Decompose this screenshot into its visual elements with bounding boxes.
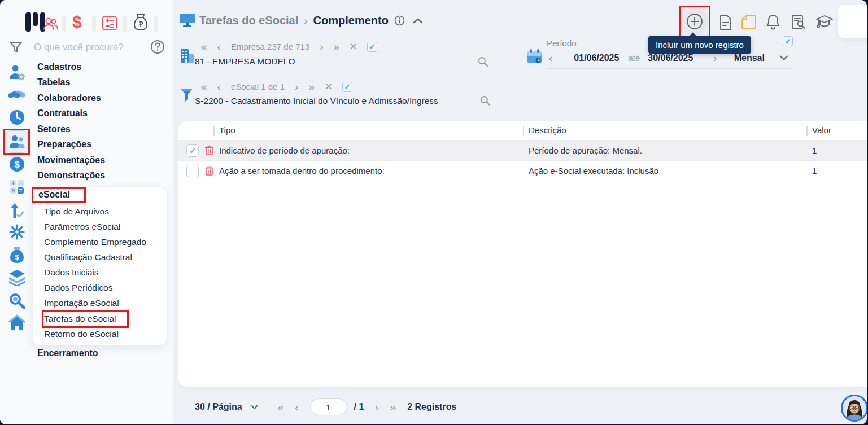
- dollar-circle-icon[interactable]: $: [7, 154, 27, 174]
- submenu-dados-periodicos[interactable]: Dados Periódicos: [44, 283, 112, 293]
- page-last-icon[interactable]: »: [390, 402, 396, 413]
- filter-clear-icon[interactable]: ✕: [325, 82, 332, 91]
- period-mode-chevron-down-icon[interactable]: [779, 55, 788, 61]
- svg-text:×: ×: [12, 187, 15, 194]
- filter-last-icon[interactable]: »: [308, 81, 315, 92]
- moneybag-module-icon[interactable]: [132, 14, 149, 32]
- company-clear-icon[interactable]: ✕: [350, 42, 357, 51]
- note-icon[interactable]: [741, 14, 757, 30]
- assistant-avatar[interactable]: [841, 395, 867, 422]
- delete-row-icon[interactable]: [204, 165, 214, 176]
- layers-icon[interactable]: [7, 268, 27, 288]
- period-checkbox[interactable]: ✓: [783, 36, 793, 46]
- filter-value[interactable]: S-2200 - Cadastramento Inicial do Víncul…: [195, 96, 438, 106]
- dollar-module-icon[interactable]: $: [72, 12, 82, 32]
- period-start-date[interactable]: 01/06/2025: [574, 53, 619, 63]
- submenu-qualificacao-cadastral[interactable]: Qualificação Cadastral: [44, 252, 132, 262]
- period-underline: [547, 68, 793, 69]
- page-prev-icon[interactable]: ‹: [295, 402, 298, 413]
- filter-prev-icon[interactable]: ‹: [217, 81, 221, 92]
- sidebar-item-preparacoes[interactable]: Preparações: [37, 139, 91, 150]
- filter-next-icon[interactable]: ›: [295, 81, 298, 92]
- company-value[interactable]: 81 - EMPRESA MODELO: [195, 56, 295, 67]
- graduation-cap-icon[interactable]: [815, 14, 834, 30]
- submenu-parametros-esocial[interactable]: Parâmetros eSocial: [44, 222, 120, 232]
- column-header-descricao[interactable]: Descrição: [529, 125, 566, 135]
- growth-arrow-icon[interactable]: [7, 200, 27, 220]
- sidebar-item-tabelas[interactable]: Tabelas: [37, 77, 70, 87]
- company-first-icon[interactable]: «: [201, 41, 207, 52]
- sidebar-item-setores[interactable]: Setores: [37, 124, 71, 134]
- filter-funnel-icon[interactable]: [9, 41, 23, 54]
- submenu-importacao-esocial[interactable]: Importação eSocial: [44, 298, 119, 308]
- company-last-icon[interactable]: »: [334, 41, 340, 52]
- page-first-icon[interactable]: «: [278, 402, 284, 413]
- submenu-complemento-empregado[interactable]: Complemento Empregado: [44, 237, 146, 247]
- table-row[interactable]: Ação a ser tomada dentro do procedimento…: [178, 161, 867, 181]
- sidebar-item-movimentacoes[interactable]: Movimentações: [37, 155, 105, 165]
- clock-icon[interactable]: [7, 107, 27, 128]
- column-divider: [806, 126, 808, 136]
- search-module-icon[interactable]: [7, 291, 27, 311]
- document-search-icon[interactable]: [791, 14, 806, 30]
- monitor-icon: [180, 14, 195, 28]
- row-checkbox[interactable]: [186, 165, 199, 177]
- page-size-chevron-down-icon[interactable]: [250, 404, 259, 410]
- help-icon[interactable]: [150, 40, 165, 54]
- submenu-tarefas-do-esocial[interactable]: Tarefas do eSocial: [44, 314, 116, 324]
- column-header-tipo[interactable]: Tipo: [219, 125, 235, 135]
- moneybag-blue-icon[interactable]: $: [7, 245, 27, 265]
- company-search-icon[interactable]: [478, 56, 488, 67]
- person-settings-icon[interactable]: [7, 62, 27, 82]
- sidebar-item-demonstracoes[interactable]: Demonstrações: [37, 170, 105, 181]
- sidebar-item-encerramento[interactable]: Encerramento: [37, 348, 98, 358]
- period-mode[interactable]: Mensal: [734, 53, 765, 63]
- cell-valor: 1: [812, 166, 817, 176]
- sidebar-item-colaboradores[interactable]: Colaboradores: [37, 93, 101, 103]
- filter-search-icon[interactable]: [480, 95, 490, 106]
- period-next-icon[interactable]: ›: [713, 52, 717, 63]
- submenu-retorno-do-esocial[interactable]: Retorno do eSocial: [44, 329, 119, 339]
- company-next-icon[interactable]: ›: [320, 41, 323, 52]
- handshake-icon[interactable]: [7, 85, 27, 105]
- page-number-input[interactable]: [310, 398, 347, 415]
- submenu-tipo-de-arquivos[interactable]: Tipo de Arquivos: [44, 207, 109, 217]
- page-next-icon[interactable]: ›: [375, 402, 378, 413]
- delete-row-icon[interactable]: [204, 145, 214, 156]
- search-input[interactable]: [33, 40, 143, 55]
- app-window: $: [0, 0, 867, 424]
- gear-icon[interactable]: [7, 222, 27, 242]
- company-prev-icon[interactable]: ‹: [217, 41, 221, 52]
- cell-tipo: Ação a ser tomada dentro do procedimento…: [219, 166, 385, 176]
- column-header-valor[interactable]: Valor: [812, 125, 831, 135]
- table-row[interactable]: ✓ Indicativo de período de apuração: Per…: [178, 141, 867, 161]
- period-end-date[interactable]: 30/06/2025: [648, 53, 693, 63]
- svg-text:=: =: [19, 187, 23, 194]
- calculator-module-icon[interactable]: [102, 15, 117, 31]
- info-icon[interactable]: [394, 15, 405, 26]
- add-record-button[interactable]: [681, 7, 709, 36]
- cell-valor: 1: [812, 146, 817, 155]
- filter-checkbox[interactable]: ✓: [342, 82, 352, 92]
- period-prev-icon[interactable]: ‹: [549, 52, 552, 63]
- company-checkbox[interactable]: ✓: [367, 42, 377, 52]
- filter-first-icon[interactable]: «: [201, 81, 207, 92]
- sidebar-item-cadastros[interactable]: Cadastros: [37, 62, 81, 72]
- home-icon[interactable]: [7, 313, 27, 333]
- sidebar-item-esocial[interactable]: eSocial: [38, 190, 70, 200]
- collapse-chevron-up-icon[interactable]: [413, 17, 423, 24]
- calculator-blue-icon[interactable]: + − × =: [7, 177, 27, 197]
- user-menu-card[interactable]: [838, 5, 867, 38]
- sidebar-item-contratuais[interactable]: Contratuais: [37, 108, 88, 119]
- column-divider: [523, 126, 524, 136]
- bell-icon[interactable]: [766, 14, 780, 30]
- breadcrumb-parent[interactable]: Tarefas do eSocial: [199, 14, 298, 27]
- page-size-select[interactable]: 30 / Página: [195, 402, 242, 412]
- svg-text:$: $: [15, 253, 19, 261]
- document-icon[interactable]: [718, 15, 733, 30]
- collaborators-people-icon[interactable]: [6, 130, 28, 153]
- submenu-dados-iniciais[interactable]: Dados Iniciais: [44, 268, 99, 278]
- people-module-icon[interactable]: [42, 15, 60, 33]
- svg-text:+: +: [12, 180, 15, 186]
- row-checkbox[interactable]: ✓: [186, 144, 199, 157]
